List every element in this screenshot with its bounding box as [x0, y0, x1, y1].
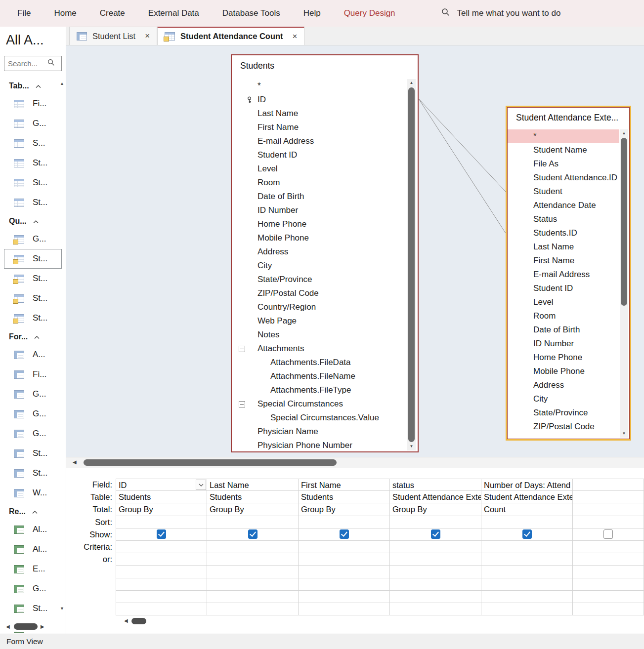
field-item[interactable]: Attendance Date: [508, 199, 619, 212]
nav-pane-title[interactable]: All A...: [0, 27, 66, 48]
nav-item-form[interactable]: G...: [0, 384, 66, 404]
nav-item-query[interactable]: St...: [0, 288, 66, 308]
ribbon-tab-file[interactable]: File: [17, 8, 31, 18]
field-item[interactable]: First Name: [232, 121, 405, 134]
nav-item-table[interactable]: Fi...: [0, 94, 66, 114]
nav-horizontal-scrollbar[interactable]: ◀ ▶: [0, 622, 66, 632]
grid-cell-or[interactable]: [207, 553, 299, 566]
grid-cell-sort[interactable]: [299, 516, 390, 528]
show-checkbox[interactable]: [603, 529, 613, 539]
nav-search-input[interactable]: [8, 59, 47, 68]
ribbon-tab-create[interactable]: Create: [100, 8, 125, 18]
field-item[interactable]: Room: [232, 176, 405, 190]
grid-cell-or[interactable]: [116, 553, 207, 566]
grid-cell[interactable]: [481, 591, 573, 603]
scrollbar-thumb[interactable]: [14, 623, 38, 630]
grid-cell[interactable]: [207, 603, 299, 615]
field-item[interactable]: Physician Phone Number: [232, 439, 405, 452]
grid-cell[interactable]: [299, 578, 390, 591]
grid-cell-total[interactable]: Group By: [390, 503, 481, 516]
grid-cell-table[interactable]: Students: [116, 491, 207, 503]
tell-me-search[interactable]: Tell me what you want to do: [441, 8, 561, 19]
grid-cell-sort[interactable]: [573, 516, 644, 528]
grid-cell-total[interactable]: [573, 503, 644, 516]
nav-item-table[interactable]: St...: [0, 173, 66, 193]
nav-item-query-selected[interactable]: St...: [4, 249, 62, 269]
dropdown-button[interactable]: [196, 480, 206, 490]
grid-cell[interactable]: [481, 603, 573, 615]
grid-cell[interactable]: [207, 566, 299, 578]
design-horizontal-scrollbar[interactable]: ◀: [66, 457, 644, 468]
grid-cell[interactable]: [116, 566, 207, 578]
grid-cell-or[interactable]: [481, 553, 573, 566]
field-item[interactable]: Level: [508, 295, 619, 309]
field-item[interactable]: Web Page: [232, 314, 405, 328]
field-item[interactable]: E-mail Address: [508, 268, 619, 282]
grid-cell[interactable]: [207, 591, 299, 603]
close-icon[interactable]: ×: [145, 31, 150, 41]
field-item-group[interactable]: Attachments: [232, 342, 405, 356]
grid-cell-field[interactable]: Last Name: [207, 479, 299, 491]
grid-cell[interactable]: [573, 566, 644, 578]
field-item[interactable]: Attachments.FileType: [232, 383, 405, 397]
field-item[interactable]: Student: [508, 185, 619, 199]
field-item[interactable]: Notes: [232, 328, 405, 342]
show-checkbox[interactable]: [340, 529, 349, 539]
grid-cell[interactable]: [573, 578, 644, 591]
nav-item-form[interactable]: A...: [0, 345, 66, 365]
grid-cell-field[interactable]: First Name: [299, 479, 390, 491]
grid-cell-or[interactable]: [390, 553, 481, 566]
field-item-selected[interactable]: *: [508, 129, 619, 143]
show-checkbox[interactable]: [431, 529, 440, 539]
nav-section-tables[interactable]: Tab...: [0, 77, 66, 94]
grid-cell-or[interactable]: [299, 553, 390, 566]
field-item[interactable]: Status: [508, 212, 619, 226]
grid-cell-table[interactable]: Students: [207, 491, 299, 503]
field-list-scrollbar[interactable]: ▲ ▼: [620, 129, 628, 438]
grid-cell-field[interactable]: [573, 479, 644, 491]
nav-item-form[interactable]: Fi...: [0, 365, 66, 384]
scroll-left-icon[interactable]: ◀: [73, 459, 77, 465]
grid-cell[interactable]: [573, 591, 644, 603]
scroll-down-icon[interactable]: ▼: [407, 443, 416, 450]
grid-cell-sort[interactable]: [207, 516, 299, 528]
show-checkbox[interactable]: [248, 529, 258, 539]
field-item[interactable]: City: [508, 392, 619, 406]
grid-cell[interactable]: [573, 603, 644, 615]
grid-cell-sort[interactable]: [390, 516, 481, 528]
scrollbar-thumb[interactable]: [131, 618, 146, 624]
nav-section-forms[interactable]: For...: [0, 328, 66, 345]
show-checkbox[interactable]: [522, 529, 532, 539]
field-item[interactable]: Special Circumstances.Value: [232, 411, 405, 425]
field-item[interactable]: Students.ID: [508, 226, 619, 240]
grid-cell[interactable]: [116, 591, 207, 603]
nav-item-form[interactable]: St...: [0, 463, 66, 483]
field-item[interactable]: City: [232, 259, 405, 273]
nav-item-table[interactable]: G...: [0, 114, 66, 133]
grid-cell-table[interactable]: Student Attendance Exte: [481, 491, 573, 503]
field-item[interactable]: *: [232, 79, 405, 93]
field-item[interactable]: Student ID: [232, 148, 405, 162]
grid-cell-total[interactable]: Group By: [116, 503, 207, 516]
field-item[interactable]: Mobile Phone: [508, 365, 619, 378]
field-item-group[interactable]: Special Circumstances: [232, 397, 405, 411]
nav-section-reports[interactable]: Re...: [0, 503, 66, 520]
nav-item-report[interactable]: G...: [0, 579, 66, 599]
field-item[interactable]: Home Phone: [232, 217, 405, 231]
field-item[interactable]: ZIP/Postal Code: [508, 420, 619, 434]
field-item[interactable]: ID Number: [508, 337, 619, 351]
field-item[interactable]: Country/Region: [232, 300, 405, 314]
scroll-up-icon[interactable]: ▲: [60, 81, 64, 86]
collapse-icon[interactable]: [239, 401, 245, 407]
ribbon-tab-database-tools[interactable]: Database Tools: [222, 8, 280, 18]
grid-cell[interactable]: [390, 578, 481, 591]
grid-cell-field[interactable]: ID: [116, 479, 207, 491]
tab-student-attendance-count[interactable]: Student Attendance Count ×: [157, 27, 304, 45]
grid-cell-criteria[interactable]: [573, 541, 644, 553]
nav-item-table[interactable]: S...: [0, 133, 66, 153]
grid-cell[interactable]: [299, 566, 390, 578]
nav-item-query[interactable]: St...: [0, 269, 66, 288]
tab-student-list[interactable]: Student List ×: [69, 27, 157, 45]
field-item[interactable]: ZIP/Postal Code: [232, 286, 405, 300]
grid-cell[interactable]: [390, 591, 481, 603]
